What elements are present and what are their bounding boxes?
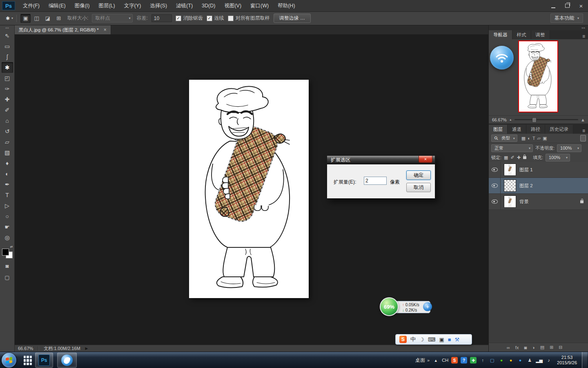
tolerance-input[interactable] [151,14,172,22]
tray-overflow-icon[interactable]: ▴ [432,357,439,364]
layer-filter-icon[interactable]: ◐ [528,136,530,141]
selection-mode-button[interactable]: ▣ [20,14,31,23]
options-checkbox[interactable]: 对所有图层取样 [228,15,270,22]
layer-visibility-toggle[interactable] [489,162,501,177]
skin-icon[interactable]: ■ [448,337,451,343]
sample-size-dropdown[interactable]: 取样点 ▾ [92,14,133,22]
options-checkbox[interactable]: 连续 [207,15,224,22]
menu-item[interactable]: 选择(S) [145,0,172,11]
tab-close-icon[interactable]: × [104,27,107,33]
document-tab[interactable]: 黑白人.jpg @ 66.7% (图层 2, RGB/8) * × [15,25,111,34]
lock-all-icon[interactable] [523,156,526,159]
accelerate-plus-icon[interactable]: + [423,302,432,311]
gradient-tool[interactable]: ▧ [2,147,13,158]
menu-item[interactable]: 图像(I) [70,0,94,11]
eraser-tool[interactable]: ▱ [2,137,13,147]
move-tool[interactable]: ⇖ [2,30,13,41]
menu-item[interactable]: 3D(D) [197,0,220,11]
tray-security-icon[interactable]: ✚ [470,357,477,364]
tray-ball-green-icon[interactable]: ● [498,357,505,364]
zoom-slider-handle[interactable] [532,117,537,123]
selection-mode-button[interactable]: ⊞ [53,14,64,23]
eyedropper-tool[interactable]: ✑ [2,83,13,94]
panel-tab[interactable]: 通道 [508,125,526,134]
menu-item[interactable]: 帮助(H) [273,0,299,11]
zoom-tool[interactable]: ◎ [2,232,13,243]
path-selection-tool[interactable]: ▷ [2,200,13,211]
clone-stamp-tool[interactable]: ⌂ [2,115,13,126]
layer-mask-icon[interactable]: ◙ [524,345,527,350]
close-button[interactable]: × [574,0,588,11]
navigator-zoom-value[interactable]: 66.67% [492,117,507,122]
tray-display-icon[interactable]: ▢ [489,357,495,364]
layer-row[interactable]: 背景 [489,194,588,210]
menu-item[interactable]: 滤镜(T) [172,0,197,11]
taskbar-app-button[interactable] [57,352,77,368]
show-desktop-button[interactable] [582,352,587,368]
lasso-tool[interactable]: ʃ [2,52,13,62]
panel-tab[interactable]: 导航器 [489,30,512,39]
link-layers-icon[interactable]: ∞ [507,345,510,350]
spot-healing-tool[interactable]: ✚ [2,94,13,105]
new-layer-icon[interactable]: ⊞ [550,345,553,350]
navigator-thumbnail[interactable] [518,40,558,112]
cancel-button[interactable]: 取消 [406,183,431,192]
tray-help-icon[interactable]: ? [461,357,467,364]
layer-effects-icon[interactable]: fx [515,345,519,350]
taskbar-clock[interactable]: 21:53 2015/9/26 [557,355,577,366]
status-popup-icon[interactable]: ▶ [85,346,88,350]
tray-network-icon[interactable]: ▂▅ [536,357,543,364]
layer-thumbnail[interactable] [504,180,516,192]
taskbar-photoshop-button[interactable]: Ps [35,352,53,368]
tray-upload-icon[interactable]: ↑ [479,357,486,364]
fullwidth-moon-icon[interactable]: ☽ [419,337,424,343]
panel-tab[interactable]: 历史记录 [545,125,573,134]
toolbar-collapse-icon[interactable]: «« [5,25,9,30]
hand-tool[interactable]: ☛ [2,222,13,232]
refine-edge-button[interactable]: 调整边缘 … [274,13,311,23]
panel-menu-icon[interactable]: ≡ [582,34,585,39]
input-method-bar[interactable]: S 中☽⌨▣■⚒ [395,334,472,345]
wifi-sharing-ball[interactable] [490,46,514,70]
options-checkbox[interactable]: 消除锯齿 [176,15,203,22]
layer-group-icon[interactable]: ▤ [540,345,544,350]
tray-ball-yellow-icon[interactable]: ● [508,357,514,364]
layer-row[interactable]: 图层 2 [489,178,588,194]
document-canvas[interactable] [189,80,309,298]
lock-option-icon[interactable]: ✐ [510,155,514,160]
layer-visibility-toggle[interactable] [489,178,501,193]
lock-option-icon[interactable]: ✚ [517,155,521,160]
menu-item[interactable]: 文件(F) [18,0,44,11]
tool-preset-picker[interactable]: ✱ ▾ [4,15,17,22]
menu-item[interactable]: 窗口(W) [246,0,273,11]
blend-mode-dropdown[interactable]: 正常 ▾ [491,144,533,152]
pen-tool[interactable]: ✒ [2,179,13,190]
layer-filter-icon[interactable]: ▣ [543,136,547,141]
memory-speed-ball[interactable]: ↑ 0.05K/s ↓ 0.2K/s 69% + [380,297,432,317]
menu-item[interactable]: 文字(Y) [120,0,146,11]
menu-item[interactable]: 图层(L) [94,0,119,11]
toolbox-icon[interactable]: ⚒ [455,337,460,343]
panel-tab[interactable]: 样式 [512,30,531,39]
lock-option-icon[interactable]: ▦ [504,155,508,160]
collapse-dock-icon[interactable]: »» [581,26,585,30]
filter-toggle-icon[interactable] [580,135,586,141]
layer-filter-icon[interactable]: ▱ [537,136,541,141]
zoom-in-icon[interactable]: ▲ [581,117,585,122]
workspace-switcher[interactable]: 基本功能 ▾ [550,13,583,23]
selection-mode-button[interactable]: ◫ [31,14,42,23]
layer-thumbnail[interactable] [504,195,516,208]
tray-volume-icon[interactable]: ♪ [546,357,552,364]
panel-tab[interactable]: 图层 [489,125,508,134]
app-grid-icon[interactable] [24,356,32,365]
magic-wand-tool[interactable]: ✱ [2,62,13,73]
foreground-color-swatch[interactable] [2,249,9,256]
chinese-mode-icon[interactable]: 中 [410,336,416,343]
panel-menu-icon[interactable]: ≡ [582,128,585,134]
layer-filter-icon[interactable]: T [532,136,535,141]
color-swatches[interactable]: ⇄ [2,248,13,258]
sogou-logo-icon[interactable]: S [399,336,407,343]
layer-visibility-toggle[interactable] [489,194,501,209]
restore-button[interactable] [560,0,574,11]
dialog-title-bar[interactable]: 扩展选区 × [327,156,435,164]
